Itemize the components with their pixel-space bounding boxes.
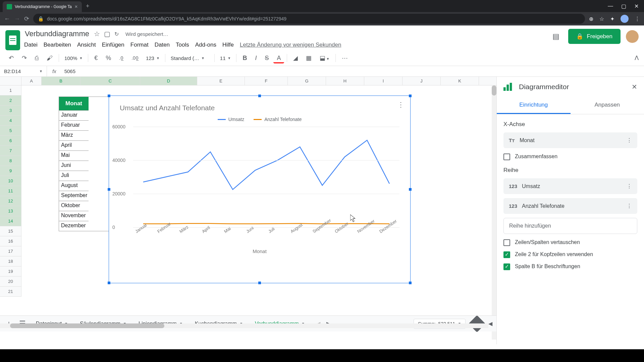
switch-rc-checkbox-row[interactable]: Zeilen/Spalten vertauschen (503, 239, 637, 246)
select-all-corner[interactable] (0, 77, 21, 85)
row-header[interactable]: 13 (0, 206, 21, 216)
vertical-scrollbar[interactable] (492, 85, 496, 340)
address-bar[interactable]: 🔒 docs.google.com/spreadsheets/d/16sZAG8… (33, 14, 585, 24)
row-header[interactable]: 14 (0, 216, 21, 226)
row-header[interactable]: 2 (0, 96, 21, 106)
bookmark-icon[interactable]: ☆ (599, 16, 604, 22)
row-header[interactable]: 1 (0, 85, 21, 96)
close-window-icon[interactable]: ✕ (634, 3, 639, 9)
table-cell[interactable]: Oktober (59, 201, 89, 211)
currency-button[interactable]: € (91, 53, 101, 64)
row-header[interactable]: 18 (0, 256, 21, 266)
chart-object[interactable]: ⋮ Umsatz und Anzahl Telefonate Umsatz An… (109, 96, 411, 283)
field-menu-icon[interactable]: ⋮ (627, 137, 632, 143)
series-field-umsatz[interactable]: 123 Umsatz ⋮ (503, 178, 637, 194)
formula-input[interactable]: 5065 (62, 68, 644, 74)
table-cell[interactable]: August (59, 181, 89, 191)
row-header[interactable]: 21 (0, 287, 21, 297)
row-header[interactable]: 16 (0, 236, 21, 246)
number-format-select[interactable]: 123▼ (143, 54, 162, 62)
column-header[interactable]: B (42, 77, 80, 85)
text-color-button[interactable]: A (273, 53, 284, 63)
horizontal-scrollbar[interactable] (0, 323, 488, 328)
resize-handle[interactable] (108, 188, 110, 191)
table-cell[interactable]: November (59, 211, 89, 221)
table-cell[interactable]: März (59, 130, 89, 140)
table-cell[interactable]: April (59, 140, 89, 150)
column-header[interactable]: K (441, 77, 479, 85)
tab-customize[interactable]: Anpassen (571, 97, 644, 114)
more-tools-button[interactable]: ⋯ (338, 52, 351, 64)
row-header[interactable]: 9 (0, 166, 21, 176)
column-header[interactable]: A (21, 77, 42, 85)
table-cell[interactable]: Dezember (59, 221, 89, 231)
column-header[interactable]: E (197, 77, 245, 85)
paint-format-button[interactable]: 🖌 (43, 53, 56, 64)
name-box[interactable]: B2:D14▼ (0, 66, 47, 76)
menu-help[interactable]: Hilfe (222, 42, 234, 48)
bold-button[interactable]: B (239, 53, 250, 64)
resize-handle[interactable] (108, 95, 110, 97)
row-header[interactable]: 7 (0, 146, 21, 156)
browser-tab[interactable]: Verbunddiagramme - Google Ta ✕ (3, 1, 82, 12)
print-button[interactable]: ⎙ (32, 53, 42, 64)
menu-tools[interactable]: Tools (176, 42, 189, 48)
row-header[interactable]: 12 (0, 196, 21, 206)
menu-edit[interactable]: Bearbeiten (44, 42, 71, 48)
resize-handle[interactable] (258, 95, 261, 97)
row-header[interactable]: 15 (0, 226, 21, 236)
extensions-icon[interactable]: ✦ (610, 16, 614, 22)
row-header[interactable]: 8 (0, 156, 21, 166)
comments-button[interactable]: ▤ (549, 29, 563, 44)
use-colb-checkbox-row[interactable]: Spalte B für Beschriftungen (503, 263, 637, 270)
collapse-toolbar-button[interactable]: ᐱ (635, 54, 639, 62)
spreadsheet-area[interactable]: ABCDEFGHIJK 1234567891011121314151617181… (0, 77, 496, 344)
reload-icon[interactable]: ⟳ (24, 15, 29, 22)
resize-handle[interactable] (409, 282, 412, 284)
table-cell[interactable]: Mai (59, 150, 89, 161)
row-header[interactable]: 20 (0, 277, 21, 287)
row-header[interactable]: 19 (0, 266, 21, 277)
column-header[interactable]: G (288, 77, 326, 85)
grid-body[interactable]: Monat JanuarFebruarMärzAprilMaiJuniJuliA… (21, 85, 496, 344)
checkbox-checked-icon[interactable] (503, 263, 510, 270)
forward-icon[interactable]: → (14, 15, 20, 22)
column-header[interactable]: I (364, 77, 402, 85)
column-header[interactable]: F (245, 77, 288, 85)
undo-button[interactable]: ↶ (5, 52, 17, 64)
table-cell[interactable]: Juni (59, 161, 89, 171)
row-header[interactable]: 10 (0, 176, 21, 186)
last-edit-link[interactable]: Letzte Änderung vor wenigen Sekunden (240, 42, 341, 48)
row-header[interactable]: 6 (0, 136, 21, 146)
series-field-telefonate[interactable]: 123 Anzahl Telefonate ⋮ (503, 198, 637, 214)
x-axis-field[interactable]: Tᴛ Monat ⋮ (503, 132, 637, 148)
percent-button[interactable]: % (102, 53, 114, 64)
checkbox-checked-icon[interactable] (503, 251, 510, 258)
share-button[interactable]: 🔒 Freigeben (568, 29, 621, 44)
use-row2-checkbox-row[interactable]: Zeile 2 für Kopfzeilen verwenden (503, 251, 637, 258)
resize-handle[interactable] (258, 282, 261, 284)
decrease-decimal-button[interactable]: .0̲ (116, 53, 127, 63)
menu-addons[interactable]: Add-ons (195, 42, 216, 48)
column-header[interactable]: H (326, 77, 364, 85)
field-menu-icon[interactable]: ⋮ (627, 203, 632, 209)
font-select[interactable]: Standard (…▼ (168, 54, 212, 62)
close-editor-icon[interactable]: ✕ (632, 83, 637, 91)
maximize-icon[interactable]: ▢ (621, 3, 626, 9)
fill-color-button[interactable]: ◢ (290, 52, 301, 64)
row-header[interactable]: 11 (0, 186, 21, 196)
table-cell[interactable]: Juli (59, 171, 89, 181)
aggregate-checkbox-row[interactable]: Zusammenfassen (503, 154, 637, 160)
column-header[interactable]: J (402, 77, 441, 85)
sheets-logo[interactable] (5, 30, 20, 50)
table-cell[interactable]: September (59, 191, 89, 201)
menu-data[interactable]: Daten (155, 42, 170, 48)
resize-handle[interactable] (409, 95, 412, 97)
row-header[interactable]: 3 (0, 106, 21, 116)
new-tab-button[interactable]: + (86, 3, 90, 10)
move-icon[interactable]: ▢ (104, 30, 110, 38)
star-icon[interactable]: ☆ (94, 30, 100, 38)
increase-decimal-button[interactable]: .00̲ (128, 53, 142, 63)
table-cell[interactable]: Februar (59, 120, 89, 130)
strikethrough-button[interactable]: S (261, 53, 272, 64)
